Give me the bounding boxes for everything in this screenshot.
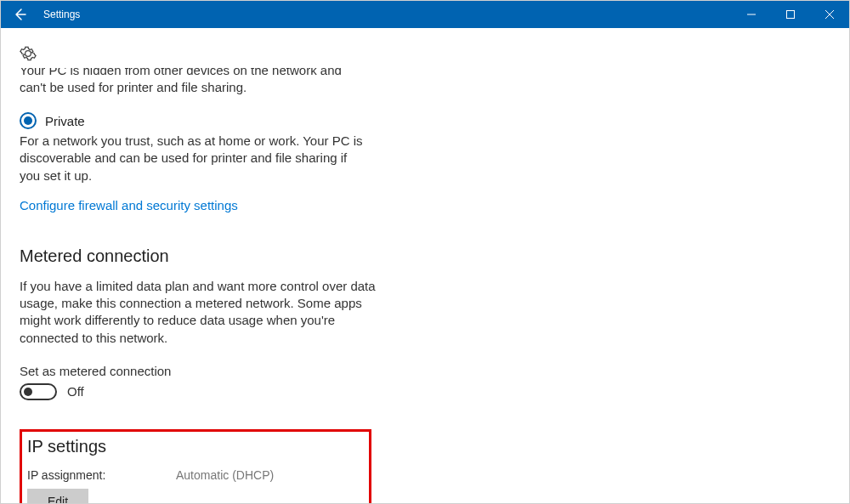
metered-toggle-state: Off xyxy=(67,384,84,399)
ip-assignment-value: Automatic (DHCP) xyxy=(176,468,274,482)
metered-toggle-label: Set as metered connection xyxy=(20,364,830,378)
window-title: Settings xyxy=(43,8,80,20)
window-controls xyxy=(732,1,849,28)
ip-assignment-label: IP assignment: xyxy=(27,468,176,482)
close-icon xyxy=(825,10,834,19)
private-radio-row[interactable]: Private xyxy=(20,112,830,129)
private-radio-label: Private xyxy=(45,114,85,128)
svg-rect-1 xyxy=(787,11,795,19)
maximize-icon xyxy=(786,10,795,19)
metered-connection-heading: Metered connection xyxy=(20,246,830,266)
close-button[interactable] xyxy=(810,1,849,28)
maximize-button[interactable] xyxy=(771,1,810,28)
ip-settings-heading: IP settings xyxy=(27,437,360,456)
minimize-icon xyxy=(747,10,756,19)
toggle-knob-icon xyxy=(24,388,32,396)
titlebar: Settings xyxy=(1,1,849,28)
radio-selected-icon xyxy=(20,112,37,129)
metered-toggle[interactable] xyxy=(20,383,57,400)
settings-gear-row xyxy=(20,45,830,65)
private-network-description: For a network you trust, such as at home… xyxy=(20,133,368,184)
minimize-button[interactable] xyxy=(732,1,771,28)
content-area: Your PC is hidden from other devices on … xyxy=(1,28,849,504)
metered-toggle-row: Off xyxy=(20,383,830,400)
ip-assignment-row: IP assignment: Automatic (DHCP) xyxy=(27,468,360,482)
firewall-settings-link[interactable]: Configure firewall and security settings xyxy=(20,198,238,212)
ip-settings-highlight-box: IP settings IP assignment: Automatic (DH… xyxy=(20,429,371,504)
gear-icon xyxy=(20,45,37,62)
edit-button[interactable]: Edit xyxy=(27,489,88,504)
public-network-description-clipped: Your PC is hidden from other devices on … xyxy=(20,68,830,99)
back-arrow-icon xyxy=(13,8,26,21)
public-network-description: Your PC is hidden from other devices on … xyxy=(20,68,368,97)
metered-connection-description: If you have a limited data plan and want… xyxy=(20,278,377,347)
back-button[interactable] xyxy=(1,1,38,28)
